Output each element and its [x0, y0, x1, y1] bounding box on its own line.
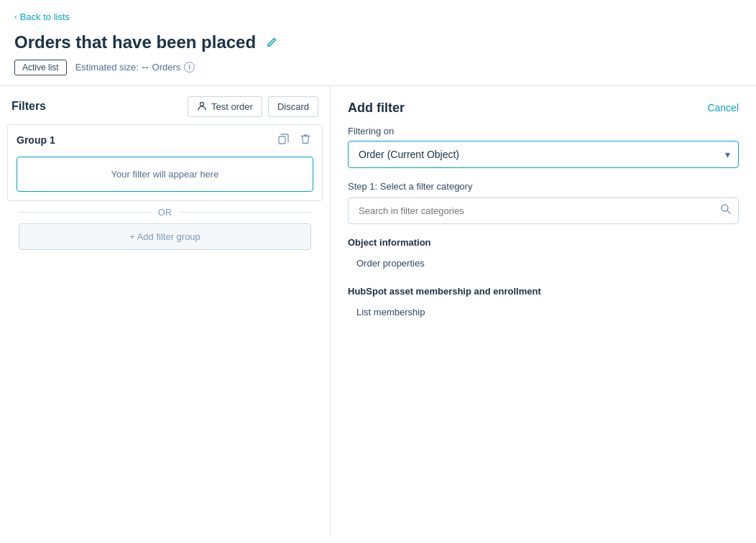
right-panel-header: Add filter Cancel: [348, 101, 739, 116]
filter-placeholder-text: Your filter will appear here: [111, 169, 219, 180]
delete-group-button[interactable]: [298, 132, 313, 148]
category-sections: Object information Order properties HubS…: [348, 237, 739, 323]
step-label: Step 1: Select a filter category: [348, 181, 739, 192]
chevron-left-icon: ‹: [14, 12, 17, 21]
discard-button[interactable]: Discard: [268, 96, 318, 117]
add-filter-group-button[interactable]: + Add filter group: [19, 223, 311, 250]
or-label: OR: [158, 207, 172, 218]
search-icon: [720, 203, 732, 215]
svg-rect-1: [279, 136, 285, 144]
filtering-on-label: Filtering on: [348, 126, 739, 136]
trash-icon: [300, 134, 310, 144]
category-item-list-membership[interactable]: List membership: [348, 301, 739, 323]
copy-group-button[interactable]: [275, 132, 292, 148]
edit-title-button[interactable]: [263, 35, 280, 50]
group-header: Group 1: [8, 125, 322, 154]
top-nav: ‹ Back to lists: [0, 0, 756, 27]
category-section-1-title: HubSpot asset membership and enrollment: [348, 286, 739, 297]
filtering-on-select-wrapper: Order (Current Object) ▾: [348, 141, 739, 168]
estimated-size: Estimated size: -- Orders i: [75, 62, 195, 73]
copy-icon: [278, 134, 289, 144]
category-section-0-title: Object information: [348, 237, 739, 248]
person-icon: [197, 101, 207, 111]
test-order-button[interactable]: Test order: [188, 96, 262, 117]
back-link-label: Back to lists: [20, 11, 70, 22]
estimated-unit: Orders: [152, 62, 181, 73]
add-filter-group-label: + Add filter group: [129, 231, 200, 242]
toolbar-buttons: Test order Discard: [188, 96, 318, 117]
category-section-0: Object information Order properties: [348, 237, 739, 274]
pencil-icon: [266, 37, 277, 48]
right-panel: Add filter Cancel Filtering on Order (Cu…: [331, 86, 756, 536]
test-order-label: Test order: [211, 101, 253, 112]
filters-label: Filters: [11, 100, 46, 113]
estimated-value: --: [142, 62, 149, 73]
or-divider: OR: [19, 207, 311, 218]
category-section-1: HubSpot asset membership and enrollment …: [348, 286, 739, 323]
page-title-row: Orders that have been placed: [0, 27, 756, 60]
search-input[interactable]: [348, 198, 739, 224]
filter-placeholder: Your filter will appear here: [17, 157, 313, 192]
back-to-lists-link[interactable]: ‹ Back to lists: [14, 11, 70, 22]
group-card: Group 1: [7, 124, 323, 201]
status-row: Active list Estimated size: -- Orders i: [0, 60, 756, 85]
estimated-label: Estimated size:: [75, 62, 139, 73]
page-title: Orders that have been placed: [14, 32, 256, 52]
filtering-on-select[interactable]: Order (Current Object): [348, 141, 739, 168]
discard-label: Discard: [277, 101, 309, 112]
page-wrapper: ‹ Back to lists Orders that have been pl…: [0, 0, 756, 543]
search-wrapper: [348, 198, 739, 224]
main-layout: Filters Test order Discard: [0, 86, 756, 536]
group-title: Group 1: [17, 134, 55, 146]
left-panel: Filters Test order Discard: [0, 86, 331, 536]
groups-area: Group 1: [0, 124, 330, 536]
svg-line-3: [727, 210, 730, 213]
add-filter-title: Add filter: [348, 101, 405, 116]
active-list-badge: Active list: [14, 60, 67, 75]
filters-toolbar: Filters Test order Discard: [0, 86, 330, 124]
cancel-button[interactable]: Cancel: [707, 102, 739, 113]
info-icon: i: [184, 62, 195, 73]
search-button[interactable]: [720, 203, 732, 218]
group-actions: [275, 132, 313, 148]
svg-point-0: [200, 103, 204, 106]
category-item-order-properties[interactable]: Order properties: [348, 252, 739, 274]
